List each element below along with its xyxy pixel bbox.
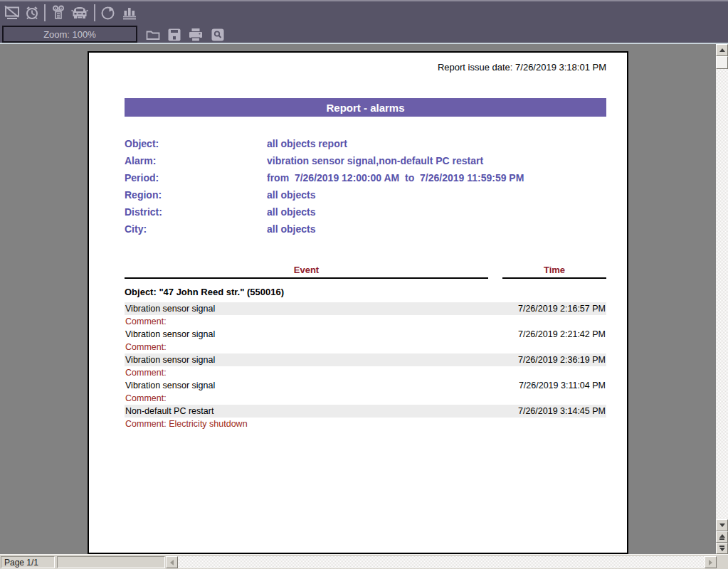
event-row: Vibration sensor signal7/26/2019 2:16:57… — [125, 302, 606, 315]
column-header-time: Time — [502, 265, 606, 279]
scrollbar-corner — [717, 556, 728, 568]
save-button[interactable] — [166, 26, 183, 43]
print-icon — [187, 27, 204, 43]
scroll-down-button[interactable] — [716, 519, 728, 531]
status-panel-empty — [57, 556, 165, 568]
comment-row: Comment: — [125, 366, 606, 379]
bar-chart-icon — [121, 4, 138, 21]
prev-page-button[interactable] — [716, 531, 728, 543]
event-text: Non-default PC restart — [125, 406, 213, 416]
object-group-header: Object: "47 John Reed str." (550016) — [125, 287, 284, 297]
vehicle-button[interactable] — [70, 4, 90, 22]
report-field: Object:all objects report — [125, 135, 606, 152]
table-column-headers: Event Time — [125, 265, 606, 280]
preview-workspace: Report issue date: 7/26/2019 3:18:01 PM … — [0, 44, 728, 554]
report-field-value: all objects — [267, 189, 315, 201]
report-viewer-window: Zoom: 100% — [0, 0, 728, 569]
horizontal-scrollbar-track[interactable] — [178, 556, 705, 568]
arrow-right-icon — [709, 560, 712, 565]
event-row: Vibration sensor signal7/26/2019 2:36:19… — [125, 353, 606, 366]
event-text: Vibration sensor signal — [125, 381, 215, 390]
event-log-button[interactable] — [49, 4, 68, 22]
recorder-log-icon — [50, 4, 67, 21]
event-time: 7/26/2019 2:21:42 PM — [518, 329, 606, 339]
event-row: Vibration sensor signal7/26/2019 3:11:04… — [125, 379, 606, 392]
report-field: Period:from 7/26/2019 12:00:00 AM to 7/2… — [125, 169, 606, 186]
zoom-control[interactable]: Zoom: 100% — [2, 26, 137, 43]
page-indicator: Page 1/1 — [1, 556, 55, 568]
page-up-icon — [719, 534, 725, 538]
report-field: Alarm:vibration sensor signal,non-defaul… — [125, 152, 606, 169]
car-icon — [70, 4, 90, 21]
toolbar-separator — [94, 4, 95, 21]
report-field-label: Alarm: — [125, 155, 267, 166]
event-text: Vibration sensor signal — [125, 304, 215, 314]
toolbar: Zoom: 100% — [0, 0, 728, 44]
page-down-icon — [719, 548, 725, 551]
display-off-icon — [4, 4, 21, 21]
folder-icon — [145, 27, 161, 43]
scroll-right-button[interactable] — [705, 556, 717, 568]
search-button[interactable] — [209, 26, 226, 43]
comment-row: Comment: — [125, 341, 606, 353]
report-field: District:all objects — [125, 203, 606, 220]
print-button[interactable] — [187, 26, 204, 43]
report-field-label: District: — [125, 206, 267, 218]
report-field-label: City: — [125, 223, 267, 235]
display-off-button[interactable] — [3, 4, 21, 22]
event-time: 7/26/2019 3:11:04 PM — [519, 381, 606, 390]
page-indicator-label: Page 1/1 — [4, 558, 38, 568]
report-field-value: from 7/26/2019 12:00:00 AM to 7/26/2019 … — [267, 172, 524, 184]
report-field-value: vibration sensor signal,non-default PC r… — [267, 155, 483, 166]
report-field-value: all objects report — [267, 138, 347, 149]
toolbar-separator — [44, 4, 46, 21]
report-field-value: all objects — [267, 223, 315, 235]
vertical-scrollbar-track[interactable] — [716, 69, 728, 519]
event-row: Vibration sensor signal7/26/2019 2:21:42… — [125, 328, 606, 341]
scroll-left-button[interactable] — [166, 556, 178, 568]
column-header-event: Event — [125, 265, 488, 279]
comment-row: Comment: — [125, 315, 606, 328]
pie-chart-icon — [100, 4, 117, 21]
vertical-scrollbar[interactable] — [716, 44, 728, 554]
pie-report-button[interactable] — [99, 4, 117, 22]
report-title-banner: Report - alarms — [125, 98, 606, 117]
report-rows: Vibration sensor signal7/26/2019 2:16:57… — [125, 302, 606, 430]
report-field: Region:all objects — [125, 186, 606, 203]
report-field-label: Object: — [125, 138, 267, 149]
scroll-up-button[interactable] — [716, 44, 728, 56]
event-time: 7/26/2019 2:16:57 PM — [518, 304, 606, 314]
alarm-clock-icon — [23, 4, 41, 21]
report-field-label: Period: — [125, 172, 267, 184]
chart-report-button[interactable] — [120, 4, 139, 22]
save-icon — [167, 27, 182, 43]
alarm-button[interactable] — [23, 4, 41, 22]
open-button[interactable] — [144, 26, 162, 43]
comment-row: Comment: — [125, 392, 606, 405]
report-field-value: all objects — [267, 206, 315, 218]
event-text: Vibration sensor signal — [125, 329, 215, 339]
search-icon — [210, 27, 226, 43]
report-issue-date: Report issue date: 7/26/2019 3:18:01 PM — [438, 62, 606, 73]
event-row: Non-default PC restart7/26/2019 3:14:45 … — [125, 405, 606, 418]
report-page: Report issue date: 7/26/2019 3:18:01 PM … — [88, 51, 628, 554]
zoom-label: Zoom: 100% — [43, 29, 96, 40]
vertical-scrollbar-thumb[interactable] — [716, 56, 728, 69]
comment-row: Comment: Electricity shutdown — [125, 418, 606, 430]
report-field-label: Region: — [125, 189, 267, 201]
next-page-button[interactable] — [716, 543, 728, 554]
arrow-left-icon — [170, 560, 174, 565]
horizontal-scrollbar[interactable] — [166, 556, 728, 568]
report-content: Report issue date: 7/26/2019 3:18:01 PM … — [125, 53, 606, 551]
status-bar: Page 1/1 — [0, 554, 728, 569]
arrow-up-icon — [719, 48, 725, 52]
report-title: Report - alarms — [326, 102, 404, 114]
event-time: 7/26/2019 2:36:19 PM — [518, 355, 606, 365]
report-field: City:all objects — [125, 220, 606, 238]
event-text: Vibration sensor signal — [125, 355, 215, 365]
report-fields: Object:all objects reportAlarm:vibration… — [125, 135, 606, 238]
event-time: 7/26/2019 3:14:45 PM — [518, 406, 606, 416]
arrow-down-icon — [719, 523, 725, 527]
